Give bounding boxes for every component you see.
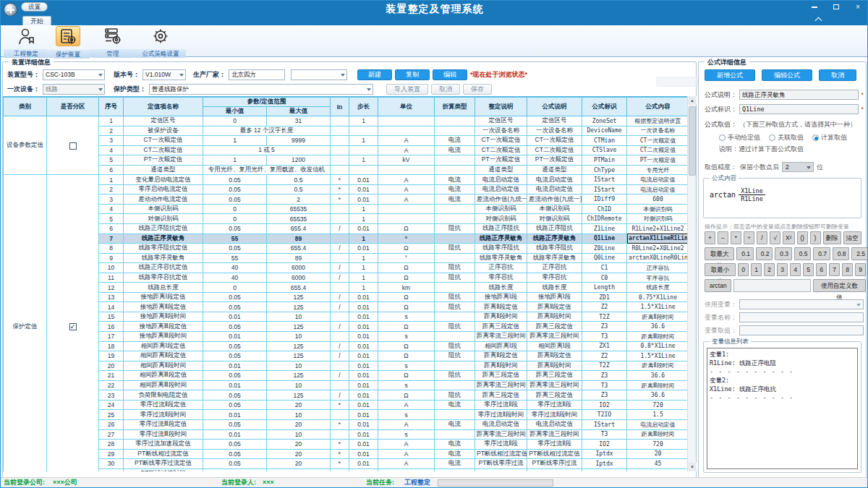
new-button[interactable]: 新建: [357, 69, 392, 80]
unit-cell[interactable]: s: [378, 312, 435, 322]
maximize-button[interactable]: [831, 2, 841, 12]
in-cell[interactable]: *: [331, 175, 349, 185]
table-row[interactable]: 19相间距离Ⅱ段定值0.05125/0.01Ω阻抗距离Ⅱ段定值距离Ⅱ段定值Z21…: [4, 351, 689, 361]
max-cell[interactable]: 1200: [267, 155, 331, 166]
in-cell[interactable]: [331, 429, 349, 440]
formula-id-cell[interactable]: Z1Line: [582, 224, 627, 234]
conv-type-cell[interactable]: 电流: [435, 440, 475, 450]
formula-id-cell[interactable]: Iptdx: [582, 459, 627, 469]
step-cell[interactable]: 1: [349, 283, 378, 293]
seq-cell[interactable]: 24: [99, 400, 124, 410]
formula-id-cell[interactable]: T3: [582, 380, 627, 390]
in-cell[interactable]: /: [331, 302, 349, 312]
cancel-formula-button[interactable]: 取消: [819, 69, 856, 81]
in-cell[interactable]: *: [331, 194, 349, 205]
in-cell[interactable]: [331, 116, 349, 127]
set-desc-cell[interactable]: 距离Ⅱ段时间: [475, 361, 527, 371]
set-desc-cell[interactable]: 距离三段定值: [475, 371, 527, 381]
max-cell[interactable]: 125: [267, 322, 331, 332]
in-cell[interactable]: [331, 468, 349, 471]
unit-cell[interactable]: A: [378, 136, 435, 146]
min-cell[interactable]: 0.05: [203, 302, 267, 312]
set-desc-cell[interactable]: 线路零序阻抗: [475, 244, 527, 254]
name-cell[interactable]: 相间距离Ⅲ段时间: [124, 380, 203, 390]
seq-cell[interactable]: 19: [99, 351, 124, 361]
set-desc-cell[interactable]: 零序过流Ⅱ段: [475, 440, 527, 450]
table-vertical-scrollbar[interactable]: ▲ ▼: [687, 96, 696, 471]
min-cell[interactable]: 55: [203, 234, 267, 244]
keypad-button[interactable]: 1: [751, 263, 762, 276]
keypad-button[interactable]: −: [718, 231, 728, 244]
range-cell[interactable]: 1 或 5: [203, 145, 331, 155]
formula-id-cell[interactable]: Z3: [582, 371, 627, 381]
max-cell[interactable]: 10: [267, 468, 331, 471]
in-cell[interactable]: /: [331, 371, 349, 381]
name-cell[interactable]: CT二次额定值: [124, 145, 203, 155]
max-cell[interactable]: 10: [267, 410, 331, 420]
min-cell[interactable]: 0.01: [203, 361, 267, 371]
keypad-button[interactable]: 0.7: [813, 247, 830, 260]
unit-cell[interactable]: s: [378, 380, 435, 390]
in-cell[interactable]: /: [331, 351, 349, 361]
min-cell[interactable]: 0.01: [203, 429, 267, 440]
set-desc-cell[interactable]: 对侧识别码: [475, 214, 527, 224]
conv-type-cell[interactable]: 阻抗: [435, 390, 475, 401]
variable-value-input[interactable]: [739, 325, 864, 335]
cancel-button[interactable]: 取消: [431, 84, 460, 95]
set-desc-cell[interactable]: 电流启动定值: [475, 175, 527, 185]
min-cell[interactable]: 55: [203, 253, 267, 263]
conv-type-cell[interactable]: [435, 253, 475, 263]
formula-id-cell[interactable]: ChID: [582, 204, 627, 214]
arctan-button[interactable]: arctan: [705, 279, 731, 292]
unit-cell[interactable]: Ω: [378, 263, 435, 273]
formula-content-cell[interactable]: 0.75*X1Line: [627, 292, 689, 302]
table-row[interactable]: 4CT二次额定值1 或 5A电流CT二次额定值CT二次额定值CTSlaveCT二…: [4, 145, 689, 155]
formula-desc-cell[interactable]: CT一次额定值: [527, 136, 582, 146]
table-row[interactable]: 23负荷限制电阻定值0.05125/0.01Ω阻抗距离三段定值距离三段定值Z33…: [4, 390, 689, 401]
conv-type-cell[interactable]: [435, 283, 475, 293]
unit-cell[interactable]: km: [378, 283, 435, 293]
range-cell[interactable]: 专用光纤、复用光纤、复用载波、收发信机: [203, 165, 331, 175]
formula-desc-cell[interactable]: 电流启动定值: [527, 419, 582, 429]
formula-desc-cell[interactable]: 距离Ⅱ段定值: [527, 302, 582, 312]
use-variable-combo[interactable]: [739, 299, 864, 309]
name-cell[interactable]: 零序过流Ⅲ段时间: [124, 429, 203, 440]
step-cell[interactable]: 0.01: [349, 400, 378, 410]
formula-content-cell[interactable]: 1.5*X1Line: [627, 302, 689, 312]
edit-formula-button[interactable]: 编辑公式: [762, 69, 812, 81]
conv-type-cell[interactable]: 电流: [435, 400, 475, 410]
formula-desc-cell[interactable]: PT断线相过流定值: [527, 449, 582, 459]
max-cell[interactable]: 31: [267, 116, 331, 127]
step-cell[interactable]: 1: [349, 214, 378, 224]
in-cell[interactable]: /: [331, 224, 349, 234]
formula-content-cell[interactable]: 距离Ⅲ段时间: [627, 380, 689, 390]
max-cell[interactable]: 10: [267, 429, 331, 440]
formula-desc-cell[interactable]: 零序容抗: [527, 273, 582, 283]
step-cell[interactable]: 0.01: [349, 371, 378, 381]
formula-id-cell[interactable]: ChIDRemote: [582, 214, 627, 224]
in-cell[interactable]: *: [331, 440, 349, 450]
unit-cell[interactable]: [378, 126, 435, 136]
min-cell[interactable]: 40: [203, 273, 267, 283]
conv-type-cell[interactable]: 阻抗: [435, 371, 475, 381]
formula-id-cell[interactable]: T2Z: [582, 361, 627, 371]
radio-2[interactable]: 计算取值: [812, 133, 847, 142]
in-cell[interactable]: [331, 283, 349, 293]
step-cell[interactable]: 0.01: [349, 429, 378, 440]
set-desc-cell[interactable]: 电流启动定值: [475, 419, 527, 429]
formula-id-cell[interactable]: T2IO: [582, 410, 627, 420]
name-cell[interactable]: 负荷限制电阻定值: [124, 390, 203, 401]
formula-id-cell[interactable]: IStart: [582, 175, 627, 185]
max-cell[interactable]: 125: [267, 351, 331, 361]
minimize-button[interactable]: [809, 2, 820, 12]
conv-type-cell[interactable]: 电流: [435, 419, 475, 429]
step-cell[interactable]: 1: [349, 116, 378, 127]
keypad-button[interactable]: 5: [803, 263, 814, 276]
unit-cell[interactable]: A: [378, 175, 435, 185]
scroll-up-icon[interactable]: ▲: [688, 96, 697, 105]
table-row[interactable]: 18相间距离Ⅰ段定值0.05125/0.01Ω阻抗相间距离Ⅰ段相间距离Ⅰ段ZX1…: [4, 341, 689, 351]
seq-cell[interactable]: 25: [99, 410, 124, 420]
seq-cell[interactable]: 6: [99, 165, 124, 175]
unit-cell[interactable]: Ω: [378, 244, 435, 254]
step-cell[interactable]: [349, 165, 378, 175]
